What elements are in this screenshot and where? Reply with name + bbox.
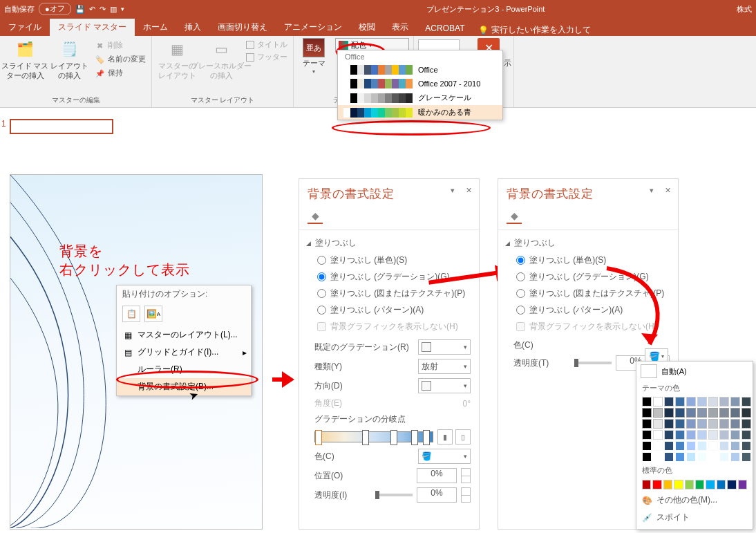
themes-button[interactable]: 亜あ テーマ ▾ [298,38,330,75]
title-checkbox: タイトル [245,39,289,50]
redo-icon[interactable]: ↷ [100,5,106,14]
tab-transitions[interactable]: 画面切り替え [209,19,276,36]
tab-home[interactable]: ホーム [135,19,176,36]
tab-review[interactable]: 校閲 [350,19,384,36]
delete-icon: ✖ [94,40,105,51]
colors-section-office: Office [338,50,502,63]
title-bar: 自動保存 ● オフ 💾 ↶ ↷ ▥ ▾ プレゼンテーション3 - PowerPo… [0,0,756,18]
rename-button[interactable]: 🏷️名前の変更 [93,53,147,66]
colors-row-3[interactable]: 暖かみのある青 [338,105,502,108]
preserve-button[interactable]: 📌保持 [93,67,147,80]
tab-insert[interactable]: 挿入 [176,19,209,36]
preserve-icon: 📌 [94,68,105,79]
colors-swatch-icon [339,41,348,50]
master-layout-icon: ▦ [166,38,188,60]
ribbon-tabs: ファイル スライド マスター ホーム 挿入 画面切り替え アニメーション 校閲 … [0,18,756,36]
colors-row-2[interactable]: グレースケール [338,91,502,105]
colors-label: 配色 [351,40,366,50]
colors-row-0[interactable]: Office [338,63,502,77]
tab-view[interactable]: 表示 [384,19,417,36]
group-label-master-edit: マスターの編集 [4,94,147,107]
delete-button: ✖削除 [93,39,147,52]
qat-dropdown-icon[interactable]: ▾ [121,6,124,12]
start-slideshow-icon[interactable]: ▥ [110,5,117,14]
colors-dropdown: Office OfficeOffice 2007 - 2010グレースケール暖か… [337,50,503,108]
tab-slide-master[interactable]: スライド マスター [50,19,135,36]
tell-me[interactable]: 💡 実行したい作業を入力して [473,24,596,36]
title-right: 株式 [737,4,752,15]
tell-me-label: 実行したい作業を入力して [491,24,591,36]
rename-icon: 🏷️ [94,54,105,65]
layout-icon: 🗒️ [58,38,80,60]
tab-animations[interactable]: アニメーション [276,19,350,36]
save-icon[interactable]: 💾 [75,5,85,14]
autosave-toggle[interactable]: ● オフ [39,3,71,15]
slide-master-icon: 🗂️ [14,38,36,60]
insert-placeholder-button: ▭ プレースホルダー の挿入 [200,38,242,81]
tab-acrobat[interactable]: ACROBAT [417,21,473,36]
bulb-icon: 💡 [478,26,489,35]
themes-icon: 亜あ [303,38,325,57]
placeholder-icon: ▭ [210,38,232,60]
insert-slide-master-button[interactable]: 🗂️ スライド マス ターの挿入 [4,38,46,81]
footer-checkbox: フッター [245,52,289,63]
undo-icon[interactable]: ↶ [89,5,95,14]
insert-layout-button[interactable]: 🗒️ レイアウト の挿入 [48,38,90,81]
autosave-label: 自動保存 [4,4,35,15]
document-title: プレゼンテーション3 - PowerPoint [240,4,731,15]
tab-file[interactable]: ファイル [0,19,50,36]
colors-row-1[interactable]: Office 2007 - 2010 [338,77,502,91]
group-label-master-layout: マスター レイアウト [156,94,289,107]
